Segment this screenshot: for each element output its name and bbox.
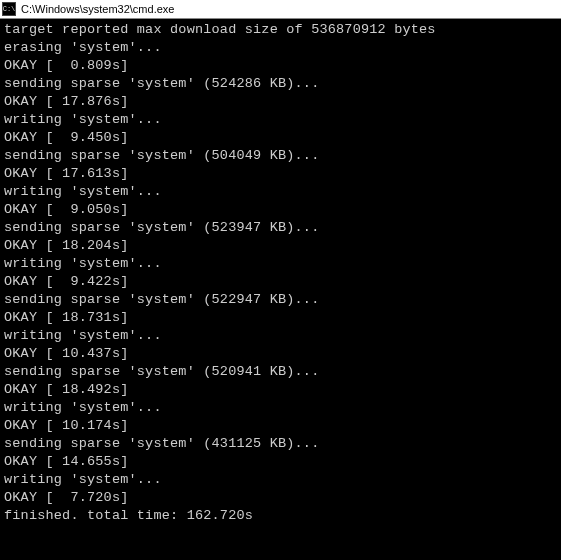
- terminal-line: sending sparse 'system' (522947 KB)...: [4, 291, 557, 309]
- terminal-line: OKAY [ 9.050s]: [4, 201, 557, 219]
- terminal-line: finished. total time: 162.720s: [4, 507, 557, 525]
- terminal-line: OKAY [ 10.437s]: [4, 345, 557, 363]
- terminal-line: sending sparse 'system' (431125 KB)...: [4, 435, 557, 453]
- terminal-output[interactable]: target reported max download size of 536…: [0, 19, 561, 527]
- terminal-line: writing 'system'...: [4, 255, 557, 273]
- terminal-line: OKAY [ 9.450s]: [4, 129, 557, 147]
- terminal-line: OKAY [ 14.655s]: [4, 453, 557, 471]
- terminal-line: writing 'system'...: [4, 111, 557, 129]
- terminal-line: target reported max download size of 536…: [4, 21, 557, 39]
- terminal-line: OKAY [ 17.613s]: [4, 165, 557, 183]
- terminal-line: sending sparse 'system' (504049 KB)...: [4, 147, 557, 165]
- window-titlebar: C:\ C:\Windows\system32\cmd.exe: [0, 0, 561, 19]
- terminal-line: sending sparse 'system' (520941 KB)...: [4, 363, 557, 381]
- terminal-line: sending sparse 'system' (523947 KB)...: [4, 219, 557, 237]
- terminal-line: OKAY [ 7.720s]: [4, 489, 557, 507]
- cmd-icon: C:\: [2, 2, 16, 16]
- terminal-line: writing 'system'...: [4, 471, 557, 489]
- terminal-line: OKAY [ 9.422s]: [4, 273, 557, 291]
- terminal-line: writing 'system'...: [4, 399, 557, 417]
- terminal-line: writing 'system'...: [4, 327, 557, 345]
- cmd-icon-label: C:\: [3, 6, 16, 13]
- terminal-line: OKAY [ 18.492s]: [4, 381, 557, 399]
- terminal-line: OKAY [ 0.809s]: [4, 57, 557, 75]
- terminal-line: sending sparse 'system' (524286 KB)...: [4, 75, 557, 93]
- terminal-line: OKAY [ 10.174s]: [4, 417, 557, 435]
- terminal-line: OKAY [ 18.731s]: [4, 309, 557, 327]
- terminal-line: OKAY [ 17.876s]: [4, 93, 557, 111]
- terminal-line: writing 'system'...: [4, 183, 557, 201]
- window-title: C:\Windows\system32\cmd.exe: [21, 3, 174, 15]
- terminal-line: OKAY [ 18.204s]: [4, 237, 557, 255]
- terminal-line: erasing 'system'...: [4, 39, 557, 57]
